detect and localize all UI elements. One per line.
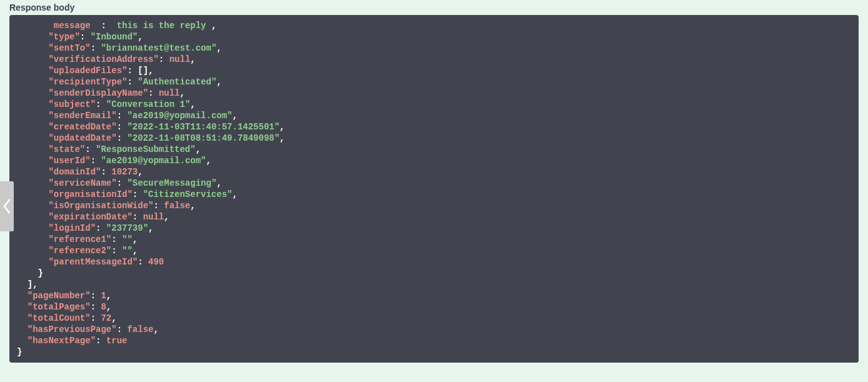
side-collapse-tab[interactable] xyxy=(0,181,14,231)
section-header: Response body xyxy=(0,0,868,15)
chevron-left-icon xyxy=(3,198,11,214)
response-body-code[interactable]: message : this is the reply , "type": "I… xyxy=(9,15,859,363)
json-content: message : this is the reply , "type": "I… xyxy=(17,20,851,358)
